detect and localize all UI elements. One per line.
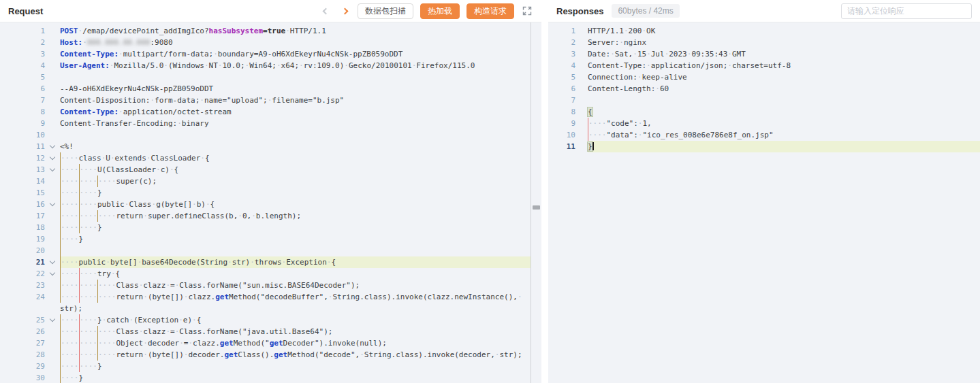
request-code-line[interactable]: 22········try·{ [0,268,541,280]
response-code-line[interactable]: 3Date:·Sat,·15·Jul·2023·09:35:43·GMT [548,48,980,60]
request-code-line[interactable]: 30····} [0,372,541,383]
code-text: Content-Type:·application/octet-stream [60,106,541,118]
request-code-line[interactable]: 5 [0,71,541,83]
whitespace-dots: ···· [61,373,79,382]
request-code-line[interactable]: 4User-Agent:·Mozilla/5.0·(Windows·NT·10.… [0,60,541,71]
whitespace-dots: ···· [80,350,98,359]
whitespace-dots: ···· [98,327,116,336]
request-code-line[interactable]: 23············Class·clazz·=·Class.forNam… [0,280,541,291]
request-code-line[interactable]: 27············Object·decoder·=·clazz.get… [0,337,541,349]
code-text: ············return·(byte[])·clazz.getMet… [60,291,541,303]
line-number: 5 [548,71,575,83]
request-editor[interactable]: 1POST·/emap/devicePoint_addImgIco?hasSub… [0,22,541,383]
locate-response-input[interactable] [841,3,972,19]
code-text: ····"code":·1, [588,118,980,129]
whitespace-dots: ···· [98,212,116,220]
fullscreen-button[interactable] [521,5,533,17]
request-code-line[interactable]: 18········} [0,222,541,233]
code-text: ············super(c); [60,176,541,187]
request-code-line[interactable]: 17············return·super.defineClass(b… [0,210,541,222]
whitespace-dots: · [177,119,182,128]
fold-gutter [45,164,60,176]
request-code-line[interactable]: 15········} [0,187,541,199]
chevron-down-icon[interactable] [50,143,55,148]
chevron-down-icon[interactable] [50,259,55,264]
code-text [588,95,980,106]
chevron-down-icon[interactable] [50,166,55,171]
line-number: 12 [0,152,45,164]
request-code-line[interactable]: 11<%! [0,141,541,152]
response-code-line[interactable]: 11} [548,141,980,152]
chevron-down-icon[interactable] [50,201,55,206]
request-code-line[interactable]: 13········U(ClassLoader·c)·{ [0,164,541,176]
line-number: 24 [0,291,45,303]
request-scrollbar-thumb[interactable] [533,205,540,210]
whitespace-dots: · [238,212,242,220]
response-code-line[interactable]: 6Content-Length:·60 [548,83,980,95]
whitespace-dots: · [165,281,170,290]
request-code-line[interactable]: 10 [0,129,541,141]
request-code-line[interactable]: 25········}·catch·(Exception·e)·{ [0,314,541,326]
response-code-line[interactable]: 10····"data":·"ico_res_008e6e786e8f_on.j… [548,129,980,141]
request-code-line[interactable]: 8Content-Type:·application/octet-stream [0,106,541,118]
whitespace-dots: · [192,316,197,324]
request-code-line[interactable]: str); [0,303,541,314]
line-number: 29 [0,361,45,372]
whitespace-dots: ···· [80,362,98,371]
request-code-line[interactable]: 7Content-Disposition:·form-data;·name="u… [0,95,541,106]
line-number: 2 [548,37,575,48]
build-request-button[interactable]: 构造请求 [467,3,514,19]
line-number: 14 [0,176,45,187]
line-number: 10 [548,129,575,141]
request-code-line[interactable]: 16········public·Class·g(byte[]·b)·{ [0,199,541,210]
whitespace-dots: · [518,293,522,301]
request-scrollbar[interactable] [531,22,541,383]
request-code-line[interactable]: 29········} [0,361,541,372]
chevron-down-icon[interactable] [50,154,55,160]
hot-reload-button[interactable]: 热加载 [420,3,460,19]
whitespace-dots: ···· [80,339,98,348]
response-code-line[interactable]: 9····"code":·1, [548,118,980,129]
request-code-line[interactable]: 14············super(c); [0,176,541,187]
response-code-line[interactable]: 8{ [548,106,980,118]
request-code-line[interactable]: 12····class·U·extends·ClassLoader·{ [0,152,541,164]
line-number: 22 [0,268,45,280]
response-code-line[interactable]: 2Server:·nginx [548,37,980,48]
prev-packet-button[interactable] [319,5,332,17]
code-text: Server:·nginx [588,37,980,48]
line-number: 9 [548,118,575,129]
whitespace-dots: · [727,61,732,70]
request-code-line[interactable]: 19····} [0,233,541,245]
request-code-line[interactable]: 2Host:·000.000.00.000:9080 [0,37,541,48]
request-code-line[interactable]: 28············return·(byte[])·decoder.ge… [0,349,541,361]
whitespace-dots: ···· [98,339,116,348]
whitespace-dots: · [299,61,304,70]
chevron-down-icon[interactable] [50,316,55,322]
line-number: 8 [0,106,45,118]
packet-scan-button[interactable]: 数据包扫描 [358,3,413,19]
fold-gutter [575,83,588,95]
request-code-line[interactable]: 1POST·/emap/devicePoint_addImgIco?hasSub… [0,25,541,37]
request-code-line[interactable]: 26············Class·clazz·=·Class.forNam… [0,326,541,337]
http-repeater-app: Request 数据包扫描 热加载 构造请求 1POST·/emap/devic… [0,0,980,383]
request-code-line[interactable]: 24············return·(byte[])·clazz.getM… [0,291,541,303]
response-code-line[interactable]: 5Connection:·keep-alive [548,71,980,83]
line-number: 11 [0,141,45,152]
request-code-line[interactable]: 21····public·byte[]·base64Decode(String·… [0,256,541,268]
request-code-line[interactable]: 9Content-Transfer-Encoding:·binary [0,118,541,129]
request-code-line[interactable]: 20 [0,245,541,256]
fold-gutter [45,37,60,48]
request-code-line[interactable]: 6--A9-oH6XdEkeyrNu4cNSk-ppZB059oDDT [0,83,541,95]
code-text: ····public·byte[]·base64Decode(String·st… [60,256,541,268]
next-packet-button[interactable] [338,5,351,17]
request-panel: Request 数据包扫描 热加载 构造请求 1POST·/emap/devic… [0,0,541,383]
code-text: ····class·U·extends·ClassLoader·{ [60,152,541,164]
whitespace-dots: · [143,293,148,301]
chevron-down-icon[interactable] [50,270,55,276]
fold-gutter [45,83,60,95]
response-code-line[interactable]: 1HTTP/1.1·200·OK [548,25,980,37]
response-code-line[interactable]: 7 [548,95,980,106]
response-code-line[interactable]: 4Content-Type:·application/json;·charset… [548,60,980,71]
response-editor[interactable]: 1HTTP/1.1·200·OK2Server:·nginx3Date:·Sat… [548,22,980,383]
request-code-line[interactable]: 3Content-Type:·multipart/form-data;·boun… [0,48,541,60]
